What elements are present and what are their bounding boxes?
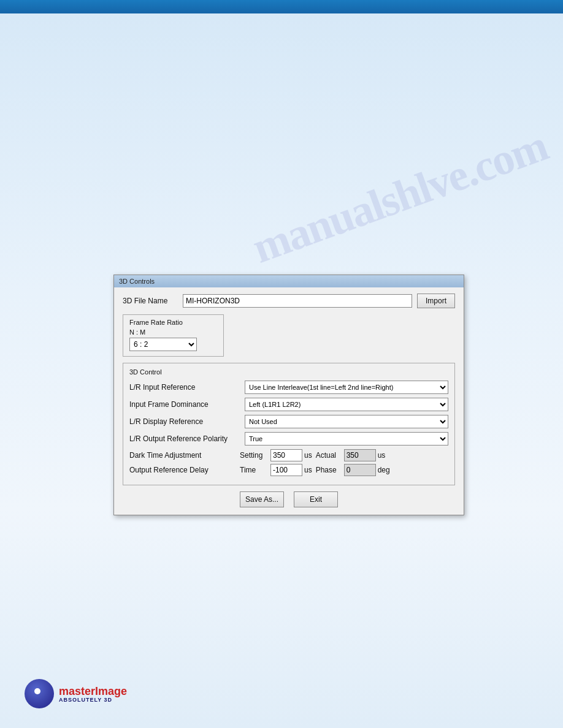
dark-time-actual-unit: us (378, 451, 386, 460)
lr-output-pol-label: L/R Output Reference Polarity (129, 434, 240, 443)
lr-display-ref-label: L/R Display Reference (129, 417, 240, 426)
file-name-input[interactable] (183, 294, 412, 308)
output-ref-row: Output Reference Delay Time us Phase deg (129, 464, 448, 476)
nm-label: N : M (129, 328, 217, 336)
frame-rate-select[interactable]: 6 : 2 6 : 3 4 : 2 3 : 2 (129, 338, 197, 351)
dark-time-actual-label: Actual (316, 451, 344, 460)
frame-rate-group: Frame Rate Ratio N : M 6 : 2 6 : 3 4 : 2… (123, 314, 224, 357)
import-button[interactable]: Import (417, 294, 455, 308)
control-group-title: 3D Control (129, 368, 448, 376)
output-ref-time-label: Time (240, 466, 270, 474)
dark-time-setting-input[interactable] (270, 449, 302, 461)
watermark: manualshlve.com (246, 120, 554, 273)
lr-output-pol-select[interactable]: True False (245, 432, 448, 446)
logo-brand-red: Image (95, 685, 127, 697)
logo-text: masterImage ABSOLUTELY 3D (59, 686, 127, 703)
logo-brand-black: master (59, 685, 95, 697)
input-frame-dom-label: Input Frame Dominance (129, 400, 240, 409)
button-row: Save As... Exit (123, 491, 455, 507)
file-name-row: 3D File Name Import (123, 294, 455, 308)
dark-time-actual-input (344, 449, 376, 461)
logo-tagline: ABSOLUTELY 3D (59, 697, 112, 703)
exit-button[interactable]: Exit (294, 491, 338, 507)
lr-input-ref-row: L/R Input Reference Use Line Interleave(… (129, 381, 448, 394)
logo-icon (25, 679, 54, 708)
dialog-3d-controls: 3D Controls 3D File Name Import Frame Ra… (113, 275, 464, 515)
input-frame-dom-select[interactable]: Left (L1R1 L2R2) Right (R1L1 R2L2) (245, 398, 448, 411)
dialog-title: 3D Controls (119, 278, 155, 285)
lr-display-ref-row: L/R Display Reference Not Used Use Line … (129, 415, 448, 428)
dialog-titlebar: 3D Controls (114, 275, 464, 287)
logo-brand: masterImage (59, 686, 127, 697)
output-ref-time-input[interactable] (270, 464, 302, 476)
output-ref-time-unit: us (304, 466, 312, 474)
logo-row: masterImage ABSOLUTELY 3D (25, 679, 127, 710)
lr-display-ref-select[interactable]: Not Used Use Line Interleave Use Input F… (245, 415, 448, 428)
dark-time-setting-label: Setting (240, 451, 270, 460)
dark-time-row: Dark Time Adjustment Setting us Actual u… (129, 449, 448, 461)
top-bar (0, 0, 563, 13)
input-frame-dom-row: Input Frame Dominance Left (L1R1 L2R2) R… (129, 398, 448, 411)
lr-output-pol-row: L/R Output Reference Polarity True False (129, 432, 448, 446)
dialog-content: 3D File Name Import Frame Rate Ratio N :… (114, 287, 464, 515)
frame-rate-group-title: Frame Rate Ratio (129, 319, 217, 326)
output-ref-label: Output Reference Delay (129, 466, 240, 474)
control-group: 3D Control L/R Input Reference Use Line … (123, 363, 455, 485)
output-ref-phase-unit: deg (378, 466, 390, 474)
output-ref-phase-input (344, 464, 376, 476)
lr-input-ref-select[interactable]: Use Line Interleave(1st line=Left 2nd li… (245, 381, 448, 394)
logo-area: masterImage ABSOLUTELY 3D (25, 679, 127, 710)
lr-input-ref-label: L/R Input Reference (129, 383, 240, 392)
output-ref-phase-label: Phase (316, 466, 344, 474)
file-name-label: 3D File Name (123, 297, 178, 305)
dark-time-setting-unit: us (304, 451, 312, 460)
save-as-button[interactable]: Save As... (240, 491, 284, 507)
dark-time-label: Dark Time Adjustment (129, 451, 240, 460)
